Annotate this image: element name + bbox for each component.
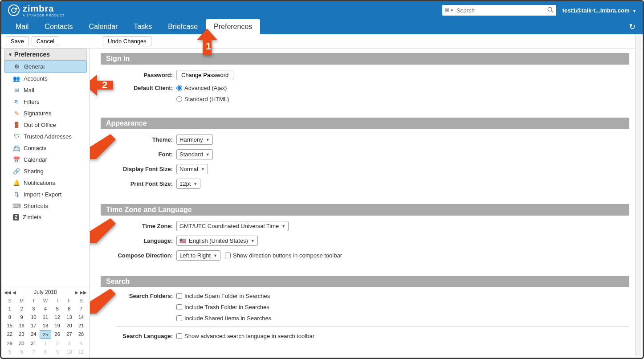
cal-day[interactable]: 5 xyxy=(4,348,16,356)
cal-day[interactable]: 10 xyxy=(64,348,75,356)
save-button[interactable]: Save xyxy=(6,36,29,46)
cal-day[interactable]: 1 xyxy=(40,339,51,347)
cal-day[interactable]: 9 xyxy=(16,313,28,321)
cal-day[interactable]: 31 xyxy=(28,339,39,347)
cal-day[interactable]: 26 xyxy=(52,330,63,339)
display-font-size-select[interactable]: Normal▼ xyxy=(176,164,208,174)
sidebar-item-general[interactable]: ⚙General xyxy=(4,60,87,73)
check-include-shared[interactable]: Include Shared Items in Searches xyxy=(176,315,271,322)
cal-day[interactable]: 22 xyxy=(4,330,16,339)
cal-day[interactable]: 23 xyxy=(16,330,28,339)
theme-select[interactable]: Harmony▼ xyxy=(176,135,213,145)
sidebar-item-calendar[interactable]: 📅Calendar xyxy=(1,154,90,165)
sidebar-item-out-of-office[interactable]: 🚪Out of Office xyxy=(1,119,90,131)
cal-day[interactable]: 6 xyxy=(16,348,28,356)
sidebar-item-signatures[interactable]: ✎Signatures xyxy=(1,107,90,119)
sidebar-item-contacts[interactable]: 📇Contacts xyxy=(1,142,90,154)
tab-mail[interactable]: Mail xyxy=(8,19,37,34)
cal-day[interactable]: 2 xyxy=(52,339,63,347)
search-icon[interactable] xyxy=(547,7,554,14)
section-sign-in: Sign in xyxy=(101,53,629,65)
tab-calendar[interactable]: Calendar xyxy=(81,19,126,34)
font-select[interactable]: Standard▼ xyxy=(176,149,213,159)
cal-day[interactable]: 2 xyxy=(16,305,28,313)
sidebar-item-sharing[interactable]: 🔗Sharing xyxy=(1,165,90,177)
sidebar-item-filters[interactable]: ⚟Filters xyxy=(1,96,90,107)
search-input[interactable] xyxy=(457,7,545,14)
caret-down-icon: ▼ xyxy=(213,253,217,258)
caret-down-icon: ▼ xyxy=(201,167,205,171)
cal-day[interactable]: 3 xyxy=(64,339,75,347)
sidebar-item-accounts[interactable]: 👥Accounts xyxy=(1,73,90,84)
radio-advanced-ajax[interactable]: Advanced (Ajax) xyxy=(176,85,227,91)
check-show-direction-buttons[interactable]: Show direction buttons in compose toolba… xyxy=(225,252,342,259)
cal-day[interactable]: 13 xyxy=(64,313,75,321)
check-include-trash[interactable]: Include Trash Folder in Searches xyxy=(176,304,269,310)
cal-day[interactable]: 8 xyxy=(40,348,51,356)
cal-next-month-icon[interactable]: ▶ xyxy=(75,290,78,295)
cal-prev-month-icon[interactable]: ◀ xyxy=(12,290,16,295)
print-font-size-select[interactable]: 12pt▼ xyxy=(176,179,200,189)
sidebar-item-notifications[interactable]: 🔔Notifications xyxy=(1,177,90,188)
tab-preferences[interactable]: Preferences xyxy=(206,19,260,34)
refresh-icon[interactable]: ↻ xyxy=(629,22,636,32)
timezone-select[interactable]: GMT/UTC Coordinated Universal Time▼ xyxy=(176,221,289,231)
cal-day[interactable]: 4 xyxy=(75,339,87,347)
sidebar-item-mail[interactable]: ✉Mail xyxy=(1,84,90,96)
cal-day[interactable]: 12 xyxy=(52,313,63,321)
cal-day[interactable]: 27 xyxy=(64,330,75,339)
tab-briefcase[interactable]: Briefcase xyxy=(160,19,206,34)
search-scope-selector[interactable]: ✉ ▼ xyxy=(445,7,454,13)
cal-next-year-icon[interactable]: ▶▶ xyxy=(80,290,87,295)
cal-day[interactable]: 15 xyxy=(4,322,16,330)
cal-day[interactable]: 29 xyxy=(4,339,16,347)
cal-day[interactable]: 10 xyxy=(28,313,39,321)
tab-contacts[interactable]: Contacts xyxy=(37,19,81,34)
cal-prev-year-icon[interactable]: ◀◀ xyxy=(4,290,11,295)
cal-day[interactable]: 18 xyxy=(40,322,51,330)
cal-day[interactable]: 19 xyxy=(52,322,63,330)
cal-day[interactable]: 11 xyxy=(40,313,51,321)
cal-day[interactable]: 17 xyxy=(28,322,39,330)
caret-down-icon: ▼ xyxy=(632,9,636,13)
sidebar-item-import-export[interactable]: ⇅Import / Export xyxy=(1,188,90,200)
cal-day[interactable]: 8 xyxy=(4,313,16,321)
sharing-icon: 🔗 xyxy=(13,167,20,175)
vertical-scrollbar[interactable] xyxy=(635,34,641,356)
check-include-spam[interactable]: Include Spam Folder in Searches xyxy=(176,293,270,299)
cal-day[interactable]: 3 xyxy=(28,305,39,313)
cal-day[interactable]: 21 xyxy=(75,322,87,330)
cal-day[interactable]: 4 xyxy=(40,305,51,313)
cal-day[interactable]: 11 xyxy=(75,348,87,356)
cal-month-title[interactable]: July 2018 xyxy=(34,289,57,295)
sidebar-item-trusted-addresses[interactable]: 🛡Trusted Addresses xyxy=(1,131,90,142)
undo-changes-button[interactable]: Undo Changes xyxy=(103,36,151,46)
cal-day[interactable]: 5 xyxy=(52,305,63,313)
user-menu[interactable]: test1@talk-t...imbra.com ▼ xyxy=(562,7,636,14)
cal-day[interactable]: 7 xyxy=(75,305,87,313)
change-password-button[interactable]: Change Password xyxy=(176,70,233,80)
sidebar-header[interactable]: ▼ Preferences xyxy=(4,49,87,60)
cal-day[interactable]: 1 xyxy=(4,305,16,313)
cal-day[interactable]: 25 xyxy=(40,330,51,339)
user-email: test1@talk-t...imbra.com xyxy=(562,7,630,14)
compose-direction-select[interactable]: Left to Right▼ xyxy=(176,250,220,261)
cal-day[interactable]: 9 xyxy=(52,348,63,356)
sidebar-item-zimlets[interactable]: ZZimlets xyxy=(1,212,90,223)
cancel-button[interactable]: Cancel xyxy=(32,36,59,46)
cal-day[interactable]: 20 xyxy=(64,322,75,330)
language-select[interactable]: 🇺🇸English (United States)▼ xyxy=(176,236,258,246)
sidebar-item-shortcuts[interactable]: ⌨Shortcuts xyxy=(1,200,90,212)
tab-tasks[interactable]: Tasks xyxy=(126,19,160,34)
logo[interactable]: zimbra A SYNACOR PRODUCT xyxy=(8,4,65,17)
cal-day[interactable]: 16 xyxy=(16,322,28,330)
cal-day[interactable]: 7 xyxy=(28,348,39,356)
global-search[interactable]: ✉ ▼ xyxy=(442,5,556,16)
cal-day[interactable]: 30 xyxy=(16,339,28,347)
cal-day[interactable]: 24 xyxy=(28,330,39,339)
cal-day[interactable]: 28 xyxy=(75,330,87,339)
cal-day[interactable]: 6 xyxy=(64,305,75,313)
radio-standard-html[interactable]: Standard (HTML) xyxy=(176,96,229,102)
check-advanced-search-language[interactable]: Show advanced search language in search … xyxy=(176,333,314,339)
cal-day[interactable]: 14 xyxy=(75,313,87,321)
